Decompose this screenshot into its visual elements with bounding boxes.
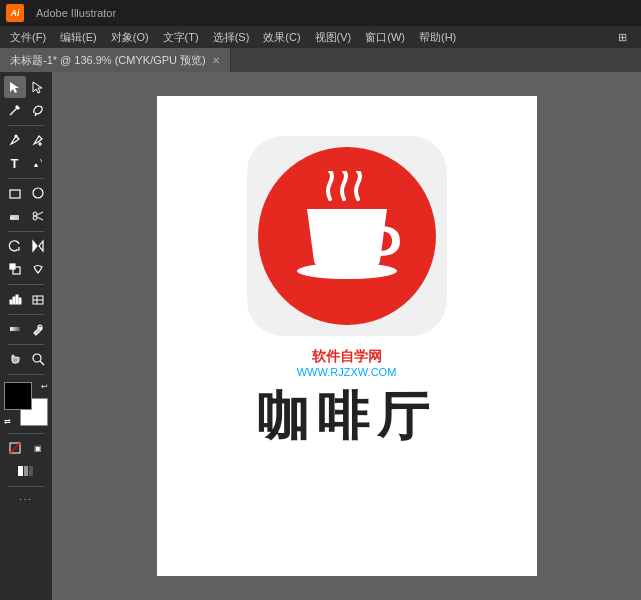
- warp-tool[interactable]: [27, 258, 49, 280]
- toolbar-divider-2: [8, 178, 44, 179]
- fill-none-icon[interactable]: [4, 437, 26, 459]
- tab-close-button[interactable]: ✕: [212, 55, 220, 66]
- ai-logo-text: Ai: [11, 8, 20, 18]
- coffee-cup-graphic: [282, 171, 412, 301]
- canvas-area: 软件自学网 WWW.RJZXW.COM 咖啡厅: [52, 72, 641, 600]
- ellipse-tool[interactable]: [27, 182, 49, 204]
- menu-help[interactable]: 帮助(H): [413, 28, 462, 47]
- stroke-color-icon[interactable]: ▣: [27, 437, 49, 459]
- svg-point-12: [33, 212, 37, 216]
- toolbar-divider-5: [8, 314, 44, 315]
- svg-marker-1: [33, 82, 42, 93]
- rotate-tool[interactable]: [4, 235, 26, 257]
- menu-text[interactable]: 文字(T): [157, 28, 205, 47]
- scale-tool[interactable]: [4, 258, 26, 280]
- color-swatches[interactable]: ↩ ⇄: [4, 382, 48, 426]
- artboard: 软件自学网 WWW.RJZXW.COM 咖啡厅: [157, 96, 537, 576]
- touch-type-tool[interactable]: [27, 152, 49, 174]
- menu-object[interactable]: 对象(O): [105, 28, 155, 47]
- window-title: Adobe Illustrator: [36, 7, 116, 19]
- svg-line-15: [37, 217, 43, 220]
- svg-marker-16: [33, 241, 37, 251]
- menu-edit[interactable]: 编辑(E): [54, 28, 103, 47]
- svg-rect-22: [16, 295, 18, 304]
- swap-colors-icon[interactable]: ⇄: [4, 417, 11, 426]
- default-colors-icon[interactable]: ↩: [41, 382, 48, 391]
- svg-point-13: [33, 216, 37, 220]
- svg-rect-33: [18, 466, 23, 476]
- ai-logo-icon: Ai: [6, 4, 24, 22]
- svg-line-32: [10, 443, 20, 453]
- svg-rect-19: [10, 264, 15, 269]
- menu-grid-icon[interactable]: ⊞: [612, 29, 633, 46]
- toolbar-divider-7: [8, 374, 44, 375]
- website-name-text: 软件自学网: [297, 348, 397, 366]
- icon-circle: [258, 147, 436, 325]
- foreground-color-swatch[interactable]: [4, 382, 32, 410]
- column-graph-tool[interactable]: [27, 288, 49, 310]
- title-bar: Ai Adobe Illustrator: [0, 0, 641, 26]
- svg-line-4: [35, 114, 36, 116]
- toolbar: T: [0, 72, 52, 600]
- add-anchor-tool[interactable]: [27, 129, 49, 151]
- reflect-tool[interactable]: [27, 235, 49, 257]
- menu-select[interactable]: 选择(S): [207, 28, 256, 47]
- eraser-tool[interactable]: [4, 205, 26, 227]
- toolbar-divider-3: [8, 231, 44, 232]
- menu-window[interactable]: 窗口(W): [359, 28, 411, 47]
- svg-marker-17: [39, 241, 43, 251]
- selection-tool[interactable]: [4, 76, 26, 98]
- svg-point-29: [33, 354, 41, 362]
- svg-point-5: [15, 135, 17, 137]
- toolbar-divider-6: [8, 344, 44, 345]
- svg-marker-0: [10, 82, 19, 93]
- svg-line-14: [37, 212, 43, 215]
- website-info: 软件自学网 WWW.RJZXW.COM: [297, 348, 397, 378]
- menu-bar: 文件(F) 编辑(E) 对象(O) 文字(T) 选择(S) 效果(C) 视图(V…: [0, 26, 641, 48]
- svg-line-2: [10, 108, 17, 115]
- tab-bar: 未标题-1* @ 136.9% (CMYK/GPU 预览) ✕: [0, 48, 641, 72]
- menu-view[interactable]: 视图(V): [309, 28, 358, 47]
- more-tools-indicator[interactable]: ···: [19, 494, 33, 504]
- svg-rect-37: [302, 269, 392, 275]
- zoom-tool[interactable]: [27, 348, 49, 370]
- graph-tool[interactable]: [4, 288, 26, 310]
- svg-line-30: [40, 361, 44, 365]
- website-url-text: WWW.RJZXW.COM: [297, 366, 397, 378]
- svg-point-9: [33, 188, 43, 198]
- svg-rect-35: [29, 466, 33, 476]
- lasso-tool[interactable]: [27, 99, 49, 121]
- type-tool[interactable]: T: [4, 152, 26, 174]
- svg-rect-21: [13, 297, 15, 304]
- magic-wand-tool[interactable]: [4, 99, 26, 121]
- rectangle-tool[interactable]: [4, 182, 26, 204]
- document-tab[interactable]: 未标题-1* @ 136.9% (CMYK/GPU 预览) ✕: [0, 48, 231, 72]
- svg-rect-8: [10, 190, 20, 198]
- menu-file[interactable]: 文件(F): [4, 28, 52, 47]
- toolbar-divider-9: [8, 486, 44, 487]
- app-icon: [247, 136, 447, 336]
- svg-rect-20: [10, 300, 12, 304]
- toolbar-divider-1: [8, 125, 44, 126]
- svg-rect-34: [24, 466, 28, 476]
- change-mode-icon[interactable]: [15, 460, 37, 482]
- gradient-tool[interactable]: [4, 318, 26, 340]
- toolbar-divider-8: [8, 433, 44, 434]
- eyedropper-tool[interactable]: [27, 318, 49, 340]
- svg-rect-27: [10, 327, 20, 331]
- toolbar-divider-4: [8, 284, 44, 285]
- svg-rect-23: [19, 298, 21, 304]
- cafe-title-text: 咖啡厅: [257, 382, 437, 452]
- hand-tool[interactable]: [4, 348, 26, 370]
- direct-selection-tool[interactable]: [27, 76, 49, 98]
- pen-tool[interactable]: [4, 129, 26, 151]
- tab-label: 未标题-1* @ 136.9% (CMYK/GPU 预览): [10, 53, 206, 68]
- scissors-tool[interactable]: [27, 205, 49, 227]
- menu-effect[interactable]: 效果(C): [257, 28, 306, 47]
- main-area: T: [0, 72, 641, 600]
